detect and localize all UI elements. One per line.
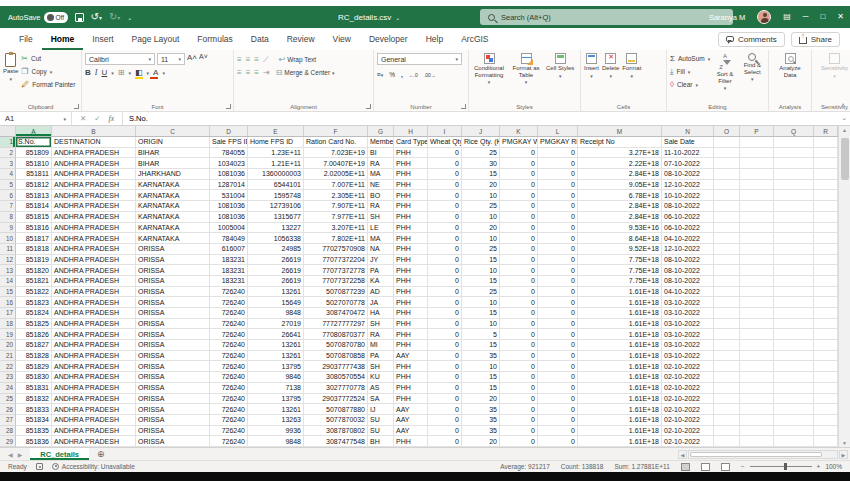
cell-K16[interactable]: 0 — [500, 297, 538, 308]
cell-A15[interactable]: 851822 — [16, 287, 52, 298]
align-bottom-icon[interactable]: ≡ — [254, 55, 259, 64]
cell-P11[interactable] — [740, 244, 774, 255]
cell-P7[interactable] — [740, 201, 774, 212]
cell-D5[interactable]: 1287014 — [210, 180, 248, 191]
cell-O19[interactable] — [714, 329, 740, 340]
cell-Q2[interactable] — [774, 148, 814, 159]
cell-I5[interactable]: 0 — [428, 180, 462, 191]
cell-P21[interactable] — [740, 351, 774, 362]
cell-E7[interactable]: 12739106 — [248, 201, 304, 212]
cell-G14[interactable]: KA — [368, 276, 394, 287]
cell-O22[interactable] — [714, 361, 740, 372]
cell-H5[interactable]: PHH — [394, 180, 428, 191]
cell-M20[interactable]: 1.61E+18 — [578, 340, 662, 351]
cell-G6[interactable]: BO — [368, 190, 394, 201]
cell-R28[interactable] — [814, 426, 838, 437]
row-header-26[interactable]: 26 — [0, 404, 16, 415]
cell-Q13[interactable] — [774, 265, 814, 276]
align-top-icon[interactable]: ≡ — [237, 55, 242, 64]
cell-C4[interactable]: JHARKHAND — [136, 169, 210, 180]
cell-I14[interactable]: 0 — [428, 276, 462, 287]
cell-C6[interactable]: KARNATAKA — [136, 190, 210, 201]
comments-button[interactable]: Comments — [718, 32, 785, 47]
cell-G27[interactable]: SU — [368, 415, 394, 426]
cell-P22[interactable] — [740, 361, 774, 372]
cell-A13[interactable]: 851820 — [16, 265, 52, 276]
cell-B2[interactable]: ANDHRA PRADESH — [52, 148, 136, 159]
cell-Q6[interactable] — [774, 190, 814, 201]
cell-P15[interactable] — [740, 287, 774, 298]
row-header-7[interactable]: 7 — [0, 201, 16, 212]
cell-M9[interactable]: 9.53E+16 — [578, 223, 662, 234]
cell-R20[interactable] — [814, 340, 838, 351]
cell-I4[interactable]: 0 — [428, 169, 462, 180]
cell-D13[interactable]: 183231 — [210, 265, 248, 276]
cell-L22[interactable]: 0 — [538, 361, 578, 372]
cell-J3[interactable]: 30 — [462, 158, 500, 169]
share-button[interactable]: Share — [791, 32, 840, 47]
cell-I9[interactable]: 0 — [428, 223, 462, 234]
cell-M29[interactable]: 1.61E+18 — [578, 436, 662, 447]
cell-G1[interactable]: Member Name — [368, 137, 394, 148]
cell-O8[interactable] — [714, 212, 740, 223]
cell-H17[interactable]: PHH — [394, 308, 428, 319]
col-header-R[interactable]: R — [814, 126, 838, 136]
cell-A28[interactable]: 851835 — [16, 426, 52, 437]
format-as-table-button[interactable]: Format as Table▾ — [509, 53, 543, 86]
cell-O28[interactable] — [714, 426, 740, 437]
cell-L21[interactable]: 0 — [538, 351, 578, 362]
cell-L17[interactable]: 0 — [538, 308, 578, 319]
cell-G16[interactable]: JA — [368, 297, 394, 308]
cell-I13[interactable]: 0 — [428, 265, 462, 276]
cancel-entry-icon[interactable]: ✕ — [80, 114, 86, 123]
cell-N28[interactable]: 02-10-2022 — [662, 426, 714, 437]
cell-R2[interactable] — [814, 148, 838, 159]
cell-P20[interactable] — [740, 340, 774, 351]
row-header-4[interactable]: 4 — [0, 169, 16, 180]
cell-J7[interactable]: 25 — [462, 201, 500, 212]
cell-I7[interactable]: 0 — [428, 201, 462, 212]
cell-E2[interactable]: 1.23E+11 — [248, 148, 304, 159]
cell-J2[interactable]: 25 — [462, 148, 500, 159]
row-header-11[interactable]: 11 — [0, 244, 16, 255]
cell-M4[interactable]: 2.84E+18 — [578, 169, 662, 180]
cell-M12[interactable]: 7.75E+18 — [578, 255, 662, 266]
cell-A14[interactable]: 851821 — [16, 276, 52, 287]
formula-content[interactable]: S.No. — [123, 112, 148, 125]
row-header-27[interactable]: 27 — [0, 415, 16, 426]
cell-K5[interactable]: 0 — [500, 180, 538, 191]
cell-H24[interactable]: PHH — [394, 383, 428, 394]
cell-L2[interactable]: 0 — [538, 148, 578, 159]
grow-font-button[interactable]: A˄ — [187, 53, 197, 65]
cell-G11[interactable]: NA — [368, 244, 394, 255]
borders-button[interactable]: ⊞ — [118, 68, 125, 77]
cell-Q10[interactable] — [774, 233, 814, 244]
row-header-17[interactable]: 17 — [0, 308, 16, 319]
cell-R1[interactable] — [814, 137, 838, 148]
cell-R5[interactable] — [814, 180, 838, 191]
cell-G12[interactable]: JY — [368, 255, 394, 266]
cell-Q12[interactable] — [774, 255, 814, 266]
sort-filter-button[interactable]: AZ Sort & Filter▾ — [713, 53, 737, 92]
row-header-9[interactable]: 9 — [0, 223, 16, 234]
cell-K7[interactable]: 0 — [500, 201, 538, 212]
cell-A12[interactable]: 851819 — [16, 255, 52, 266]
cell-J5[interactable]: 20 — [462, 180, 500, 191]
cell-C29[interactable]: ORISSA — [136, 436, 210, 447]
cell-I8[interactable]: 0 — [428, 212, 462, 223]
cell-L26[interactable]: 0 — [538, 404, 578, 415]
row-header-13[interactable]: 13 — [0, 265, 16, 276]
cell-F21[interactable]: 5070870858 — [304, 351, 368, 362]
col-header-E[interactable]: E — [248, 126, 304, 136]
cell-E14[interactable]: 26619 — [248, 276, 304, 287]
cell-L9[interactable]: 0 — [538, 223, 578, 234]
clipboard-dialog-launcher[interactable] — [74, 104, 79, 109]
cell-B1[interactable]: DESTINATION — [52, 137, 136, 148]
row-header-10[interactable]: 10 — [0, 233, 16, 244]
cell-Q27[interactable] — [774, 415, 814, 426]
cell-M18[interactable]: 1.61E+18 — [578, 319, 662, 330]
cell-H2[interactable]: PHH — [394, 148, 428, 159]
cell-D28[interactable]: 726240 — [210, 426, 248, 437]
cell-K9[interactable]: 0 — [500, 223, 538, 234]
cell-R4[interactable] — [814, 169, 838, 180]
